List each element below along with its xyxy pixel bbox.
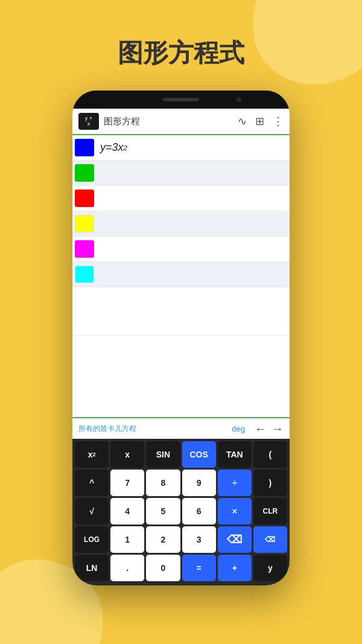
color-swatch-6 [75,266,94,283]
keyboard: x2 x SIN COS TAN ( ^ 7 8 9 ÷ ) √ 4 5 [72,439,290,585]
key-ln[interactable]: LN [75,555,109,581]
key-multiply[interactable]: × [218,498,252,524]
phone-top-bar [72,91,290,109]
key-4[interactable]: 4 [110,498,144,524]
page-title: 图形方程式 [0,36,362,70]
key-plus[interactable]: + [218,555,252,581]
phone-camera [237,97,241,102]
app-logo-text: y +x [85,116,92,127]
equation-text-6[interactable] [97,262,290,287]
color-swatch-2 [75,164,94,182]
keyboard-row-3: √ 4 5 6 × CLR [75,498,287,524]
toolbar-icons: ∿ ⊞ ⋮ [238,115,284,128]
bottom-bar-label: 所有的笛卡儿方程 [78,424,232,434]
key-close-paren[interactable]: ) [253,470,287,496]
app-screen: y +x 图形方程 ∿ ⊞ ⋮ y=3x2 [72,109,290,585]
key-1[interactable]: 1 [110,526,144,553]
key-7[interactable]: 7 [110,470,144,496]
key-backspace[interactable]: ⌫ [218,526,252,553]
grid-icon[interactable]: ⊞ [255,115,264,128]
arrow-right-button[interactable]: → [272,422,284,436]
color-swatch-3 [75,190,94,207]
key-6[interactable]: 6 [182,498,216,524]
phone-speaker [163,98,199,101]
more-icon[interactable]: ⋮ [273,115,284,128]
key-clr[interactable]: CLR [253,498,287,524]
equation-row[interactable] [72,262,290,287]
key-divide[interactable]: ÷ [218,470,252,496]
keyboard-row-4: LOG 1 2 3 ⌫ ⌫ [75,526,287,553]
equation-row-empty [72,287,290,336]
equation-row[interactable] [72,211,290,237]
wave-icon[interactable]: ∿ [238,115,247,128]
app-title: 图形方程 [104,116,238,127]
equation-text-2[interactable] [97,161,290,185]
key-3[interactable]: 3 [182,526,216,553]
keyboard-row-2: ^ 7 8 9 ÷ ) [75,470,287,496]
equation-text-5[interactable] [97,237,290,261]
color-swatch-4 [75,215,94,232]
key-x-squared[interactable]: x2 [75,441,109,468]
app-toolbar: y +x 图形方程 ∿ ⊞ ⋮ [72,109,290,135]
equation-text-1[interactable]: y=3x2 [97,135,290,160]
key-open-paren[interactable]: ( [253,441,287,468]
key-tan[interactable]: TAN [218,441,252,468]
key-dot[interactable]: . [110,555,144,581]
equation-row[interactable] [72,186,290,211]
key-sin[interactable]: SIN [146,441,180,468]
key-2[interactable]: 2 [146,526,180,553]
equation-text-4[interactable] [97,211,290,236]
bottom-bar-deg[interactable]: deg [232,424,245,433]
equation-text-3[interactable] [97,186,290,211]
arrow-left-button[interactable]: ← [255,422,267,436]
color-swatch-1 [75,139,94,156]
key-x[interactable]: x [110,441,144,468]
phone-shell: y +x 图形方程 ∿ ⊞ ⋮ y=3x2 [72,91,290,585]
equation-row[interactable] [72,237,290,262]
equation-row[interactable]: y=3x2 [72,135,290,161]
key-equals[interactable]: = [182,555,216,581]
bottom-bar-arrows: ← → [255,422,284,436]
color-swatch-5 [75,240,94,258]
key-y[interactable]: y [253,555,287,581]
key-log[interactable]: LOG [75,526,109,553]
key-sqrt[interactable]: √ [75,498,109,524]
key-backspace-2[interactable]: ⌫ [253,526,287,553]
keyboard-row-1: x2 x SIN COS TAN ( [75,441,287,468]
key-5[interactable]: 5 [146,498,180,524]
keyboard-row-5: LN . 0 = + y [75,555,287,581]
key-9[interactable]: 9 [182,470,216,496]
key-8[interactable]: 8 [146,470,180,496]
key-caret[interactable]: ^ [75,470,109,496]
key-0[interactable]: 0 [146,555,180,581]
equation-list: y=3x2 [72,135,290,417]
bottom-bar: 所有的笛卡儿方程 deg ← → [72,417,290,439]
equation-row[interactable] [72,161,290,186]
key-cos[interactable]: COS [182,441,216,468]
app-logo: y +x [78,113,99,130]
